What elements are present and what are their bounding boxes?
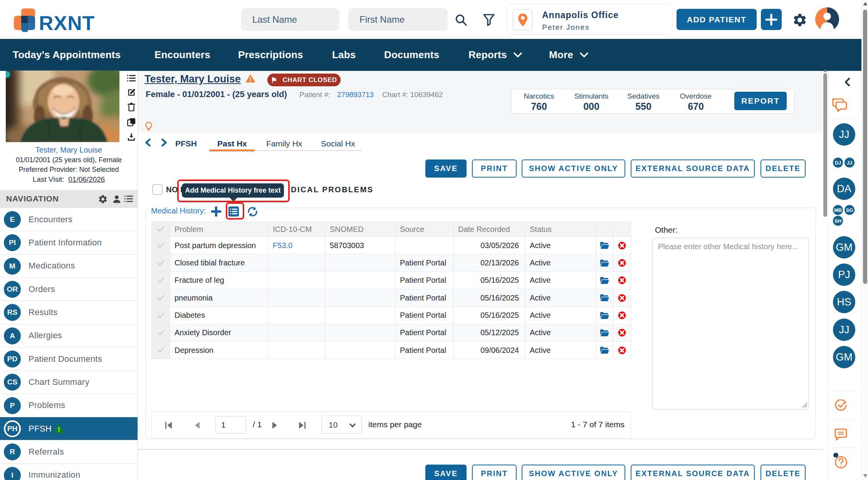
svg-text:RXNT: RXNT: [39, 12, 95, 32]
